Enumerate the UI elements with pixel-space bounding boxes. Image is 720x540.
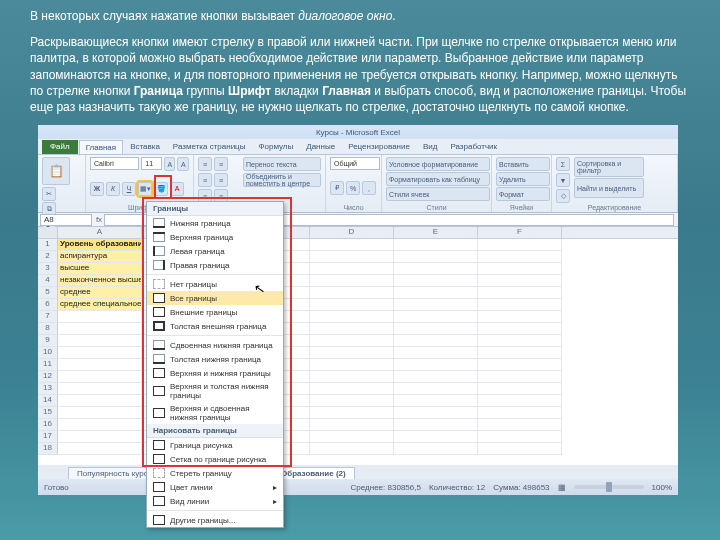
table-row[interactable]: 12 [38,371,678,383]
cell[interactable] [478,443,562,455]
cell[interactable] [478,311,562,323]
font-name-select[interactable]: Calibri [90,157,139,170]
cell[interactable] [310,395,394,407]
row-header[interactable]: 18 [38,443,58,455]
cell-styles-button[interactable]: Стили ячеек [386,187,490,201]
comma-button[interactable]: , [362,181,376,195]
cell[interactable] [58,371,142,383]
cell[interactable] [310,383,394,395]
table-row[interactable]: 9 [38,335,678,347]
cell[interactable] [478,395,562,407]
font-size-select[interactable]: 11 [141,157,162,170]
cell[interactable] [58,419,142,431]
borders-menu-item[interactable]: Верхняя и сдвоенная нижняя границы [147,402,283,424]
cell[interactable] [478,383,562,395]
cell[interactable] [478,287,562,299]
format-as-table-button[interactable]: Форматировать как таблицу [386,172,490,186]
cell[interactable] [310,323,394,335]
cell[interactable] [58,395,142,407]
table-row[interactable]: 11 [38,359,678,371]
borders-menu-item[interactable]: Нижняя граница [147,216,283,230]
cell[interactable] [394,407,478,419]
cell[interactable] [310,359,394,371]
autosum-button[interactable]: Σ [556,157,570,171]
row-header[interactable]: 11 [38,359,58,371]
cell[interactable] [58,311,142,323]
cell[interactable] [478,323,562,335]
table-row[interactable]: 18 [38,443,678,455]
row-header[interactable]: 1 [38,239,58,251]
cell[interactable] [394,359,478,371]
cell[interactable] [394,383,478,395]
align-top-button[interactable]: ≡ [198,157,212,171]
cell[interactable] [478,419,562,431]
cell[interactable] [394,335,478,347]
row-header[interactable]: 6 [38,299,58,311]
table-row[interactable]: 10 [38,347,678,359]
view-normal-icon[interactable]: ▦ [558,483,566,492]
zoom-slider[interactable] [574,485,644,489]
table-row[interactable]: 8 [38,323,678,335]
cell[interactable] [394,263,478,275]
cell[interactable] [394,323,478,335]
borders-menu-item[interactable]: Сдвоенная нижняя граница [147,338,283,352]
tab-developer[interactable]: Разработчик [444,140,503,154]
fx-icon[interactable]: fx [94,215,104,224]
zoom-percent[interactable]: 100% [652,483,672,492]
align-bot-button[interactable]: ≡ [198,173,212,187]
align-left-button[interactable]: ≡ [214,173,228,187]
cell[interactable] [478,371,562,383]
cell[interactable] [478,407,562,419]
delete-cells-button[interactable]: Удалить [496,172,550,186]
cut-button[interactable]: ✂ [42,187,56,201]
tab-insert[interactable]: Вставка [124,140,166,154]
cell[interactable] [58,443,142,455]
italic-button[interactable]: К [106,182,120,196]
cell[interactable]: аспирантура [58,251,142,263]
cell[interactable]: среднее [58,287,142,299]
borders-button[interactable]: ▦▾ [138,182,152,196]
cell[interactable]: незаконченное высшее [58,275,142,287]
cell[interactable] [394,287,478,299]
row-header[interactable]: 5 [38,287,58,299]
bold-button[interactable]: Ж [90,182,104,196]
borders-menu-item[interactable]: Другие границы... [147,513,283,527]
row-header[interactable]: 4 [38,275,58,287]
table-row[interactable]: 6 среднее специальное [38,299,678,311]
borders-menu-item[interactable]: Вид линии▸ [147,494,283,508]
cell[interactable] [394,419,478,431]
row-header[interactable]: 13 [38,383,58,395]
cell[interactable] [310,311,394,323]
tab-view[interactable]: Вид [417,140,443,154]
table-row[interactable]: 7 [38,311,678,323]
table-row[interactable]: 17 [38,431,678,443]
shrink-font-button[interactable]: A [177,157,189,171]
select-all-corner[interactable] [38,227,58,238]
cell[interactable] [58,383,142,395]
fill-color-button[interactable]: 🪣 [154,182,168,196]
table-row[interactable]: 1 Уровень образования [38,239,678,251]
row-header[interactable]: 16 [38,419,58,431]
table-row[interactable]: 2 аспирантура [38,251,678,263]
cell[interactable] [310,371,394,383]
cell[interactable] [478,431,562,443]
borders-menu-item[interactable]: Левая граница [147,244,283,258]
file-tab[interactable]: Файл [42,140,78,154]
cell[interactable] [310,419,394,431]
table-row[interactable]: 5 среднее [38,287,678,299]
row-header[interactable]: 17 [38,431,58,443]
cell[interactable] [310,431,394,443]
cell[interactable] [58,323,142,335]
row-header[interactable]: 2 [38,251,58,263]
cell[interactable] [58,431,142,443]
cell[interactable] [310,263,394,275]
tab-formulas[interactable]: Формулы [252,140,299,154]
cell[interactable] [310,347,394,359]
table-row[interactable]: 4 незаконченное высшее [38,275,678,287]
borders-menu-item[interactable]: Граница рисунка [147,438,283,452]
table-row[interactable]: 15 [38,407,678,419]
borders-menu-item[interactable]: Цвет линии▸ [147,480,283,494]
col-header[interactable]: D [310,227,394,238]
tab-data[interactable]: Данные [300,140,341,154]
tab-home[interactable]: Главная [79,140,123,154]
